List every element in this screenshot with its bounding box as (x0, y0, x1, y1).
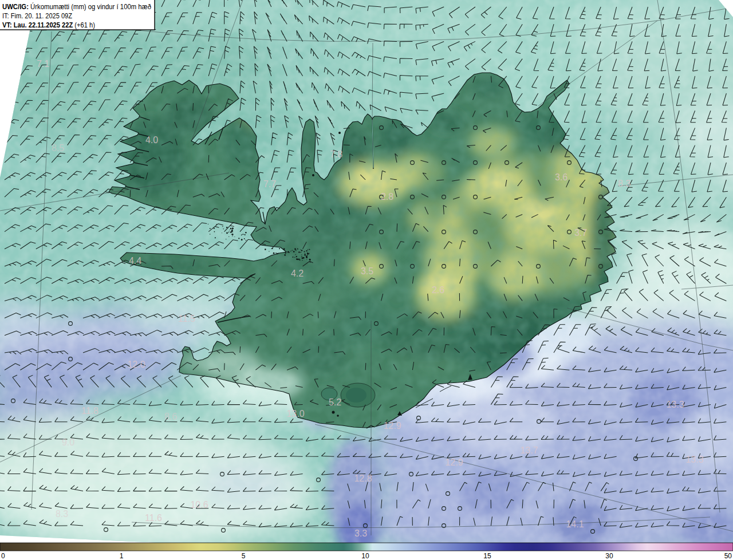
svg-text:13.3: 13.3 (685, 455, 703, 464)
svg-text:11.5: 11.5 (178, 314, 195, 324)
svg-text:3.7: 3.7 (574, 228, 587, 238)
svg-text:10: 10 (361, 552, 369, 560)
svg-text:30: 30 (605, 552, 613, 560)
svg-text:4.0: 4.0 (145, 135, 158, 145)
svg-text:13.7: 13.7 (520, 445, 538, 455)
svg-text:8.5: 8.5 (52, 143, 64, 153)
svg-text:3.6: 3.6 (555, 172, 568, 182)
svg-text:50: 50 (724, 552, 732, 560)
svg-text:5.2: 5.2 (329, 397, 341, 407)
svg-text:VT: Lau. 22.11.2025 22Z (+61 h: VT: Lau. 22.11.2025 22Z (+61 h) (2, 21, 95, 29)
svg-text:12.0: 12.0 (127, 360, 145, 369)
svg-text:1: 1 (120, 552, 124, 560)
svg-text:8.3: 8.3 (56, 509, 68, 519)
svg-text:13.0: 13.0 (286, 409, 304, 419)
svg-text:11.8: 11.8 (81, 406, 98, 416)
svg-text:15: 15 (483, 552, 491, 560)
svg-text:8.3: 8.3 (618, 179, 630, 188)
svg-text:11.6: 11.6 (145, 513, 162, 523)
svg-text:7.8: 7.8 (330, 149, 342, 159)
svg-text:7.7: 7.7 (263, 179, 276, 189)
svg-text:12.9: 12.9 (383, 421, 401, 431)
svg-text:8.6: 8.6 (164, 412, 177, 421)
svg-text:4.2: 4.2 (291, 269, 304, 278)
svg-text:12.9: 12.9 (445, 458, 463, 467)
svg-text:3.5: 3.5 (361, 266, 373, 276)
svg-text:IT: Fim. 20. 11. 2025 09Z: IT: Fim. 20. 11. 2025 09Z (2, 11, 72, 20)
svg-text:12.8: 12.8 (354, 474, 372, 483)
svg-text:2.6: 2.6 (432, 285, 444, 295)
svg-text:10.6: 10.6 (190, 500, 208, 510)
svg-text:UWC/IG: Úrkomumætti (mm) og vi: UWC/IG: Úrkomumætti (mm) og vindur í 100… (2, 2, 151, 11)
svg-text:0: 0 (1, 552, 5, 560)
svg-text:9.0: 9.0 (62, 437, 74, 447)
svg-text:13.3: 13.3 (666, 400, 684, 409)
svg-text:4.4: 4.4 (129, 256, 141, 266)
svg-text:14.1: 14.1 (566, 519, 584, 529)
svg-text:7.1: 7.1 (37, 59, 49, 69)
svg-text:5: 5 (242, 552, 246, 560)
svg-text:3.3: 3.3 (354, 529, 367, 538)
svg-text:2.8: 2.8 (381, 192, 393, 202)
